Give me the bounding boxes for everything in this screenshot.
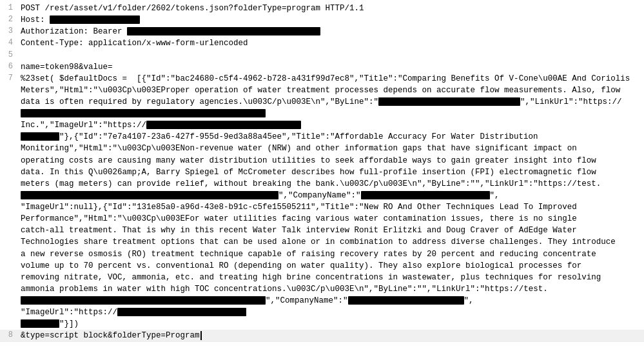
line-content-8: &type=script block&folderType=Program	[18, 330, 644, 341]
line-num-8: 8	[0, 330, 18, 339]
redacted-host	[50, 15, 140, 24]
line-content-1: POST /rest/asset/v1/folder/2602/tokens.j…	[18, 3, 644, 14]
code-editor: 1 POST /rest/asset/v1/folder/2602/tokens…	[0, 0, 644, 353]
redacted-linkurl-1	[21, 109, 266, 117]
code-line-5: 5	[0, 50, 644, 61]
line-num-5: 5	[0, 50, 18, 59]
line-content-7: %23set( $defaultDocs = [{"Id":"bac24680-…	[18, 73, 644, 330]
code-line-4: 4 Content-Type: application/x-www-form-u…	[0, 37, 644, 49]
line-num-4: 4	[0, 37, 18, 47]
line-num-1: 1	[0, 3, 18, 12]
redacted-bearer	[127, 27, 320, 35]
code-line-6: 6 name=token98&value=	[0, 61, 644, 73]
redacted-final	[21, 319, 59, 328]
cursor	[200, 331, 202, 340]
redacted-linkurl-2	[21, 191, 278, 199]
line-num-3: 3	[0, 26, 18, 35]
code-line-2: 2 Host:	[0, 14, 644, 26]
redacted-imageurl-3	[117, 308, 246, 316]
redacted-company-2	[361, 191, 490, 199]
line-content-4: Content-Type: application/x-www-form-url…	[18, 37, 644, 49]
redacted-company-3	[348, 296, 464, 305]
line-content-2: Host:	[18, 14, 644, 26]
redacted-byline-1	[378, 97, 520, 106]
line-content-6: name=token98&value=	[18, 61, 644, 73]
line-content-3: Authorization: Bearer	[18, 26, 644, 37]
code-line-8: 8 &type=script block&folderType=Program	[0, 330, 644, 341]
line-num-7: 7	[0, 73, 18, 83]
redacted-block-1	[21, 132, 59, 141]
code-line-7: 7 %23set( $defaultDocs = [{"Id":"bac2468…	[0, 73, 644, 330]
code-line-1: 1 POST /rest/asset/v1/folder/2602/tokens…	[0, 3, 644, 14]
redacted-imageurl-1	[146, 121, 301, 129]
code-line-3: 3 Authorization: Bearer	[0, 26, 644, 37]
line-num-2: 2	[0, 14, 18, 24]
line-num-6: 6	[0, 61, 18, 71]
redacted-linkurl-3	[21, 296, 266, 305]
